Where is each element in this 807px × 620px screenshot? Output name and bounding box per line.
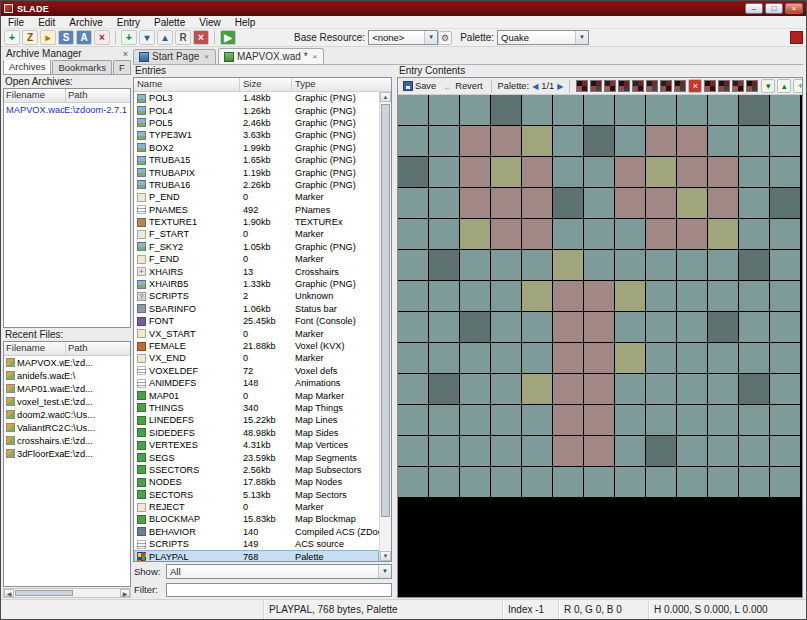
palette-cell[interactable] (429, 374, 459, 404)
filter-input[interactable] (166, 583, 392, 597)
entry-row[interactable]: VERTEXES4.31kbMap Vertices (134, 439, 379, 451)
palette-cell[interactable] (522, 467, 552, 497)
palette-cell[interactable] (770, 157, 800, 187)
palette-cell[interactable] (708, 157, 738, 187)
recent-file-row[interactable]: crosshairs.wadE:\zd... (4, 434, 130, 447)
palette-cell[interactable] (677, 281, 707, 311)
palette-cell[interactable] (553, 95, 583, 125)
menu-entry[interactable]: Entry (110, 16, 147, 29)
entry-row[interactable]: FEMALE21.88kbVoxel (KVX) (134, 340, 379, 352)
palette-op-icon[interactable] (590, 80, 602, 92)
palette-cell[interactable] (708, 188, 738, 218)
delete-custom-palette-icon[interactable]: × (688, 79, 702, 93)
palette-cell[interactable] (708, 467, 738, 497)
palette-cell[interactable] (739, 467, 769, 497)
palette-cell[interactable] (584, 126, 614, 156)
menu-view[interactable]: View (192, 16, 228, 29)
palette-cell[interactable] (615, 281, 645, 311)
new-zip-archive-icon[interactable]: Z (22, 30, 38, 45)
entry-row[interactable]: TRUBAPIX1.19kbGraphic (PNG) (134, 166, 379, 178)
palette-cell[interactable] (677, 95, 707, 125)
palette-cell[interactable] (553, 343, 583, 373)
entry-row[interactable]: POL52.46kbGraphic (PNG) (134, 117, 379, 129)
palette-cell[interactable] (739, 374, 769, 404)
recent-file-row[interactable]: voxel_test.wadE:\zd... (4, 395, 130, 408)
palette-cell[interactable] (553, 405, 583, 435)
entry-row[interactable]: POL41.26kbGraphic (PNG) (134, 104, 379, 116)
palette-cell[interactable] (429, 343, 459, 373)
palette-cell[interactable] (677, 374, 707, 404)
palette-cell[interactable] (739, 343, 769, 373)
palette-op-icon[interactable] (646, 80, 658, 92)
palette-cell[interactable] (429, 219, 459, 249)
scrollbar-thumb[interactable] (381, 104, 390, 517)
palette-cell[interactable] (677, 467, 707, 497)
palette-cell[interactable] (429, 312, 459, 342)
import-palette-icon[interactable]: ▾ (761, 79, 775, 93)
menu-file[interactable]: File (1, 16, 31, 29)
palette-cell[interactable] (739, 436, 769, 466)
column-path[interactable]: Path (66, 342, 130, 355)
palette-cell[interactable] (491, 126, 521, 156)
entry-row[interactable]: XHAIRB51.33kbGraphic (PNG) (134, 278, 379, 290)
gear-icon[interactable]: ⚙ (438, 31, 452, 45)
palette-cell[interactable] (398, 219, 428, 249)
palette-cell[interactable] (770, 126, 800, 156)
revert-button[interactable]: ← Revert (441, 81, 484, 92)
palette-cell[interactable] (615, 405, 645, 435)
palette-cell[interactable] (584, 219, 614, 249)
palette-cell[interactable] (553, 188, 583, 218)
entry-row[interactable]: REJECT0Marker (134, 501, 379, 513)
next-palette-button[interactable]: ▶ (557, 82, 563, 91)
palette-cell[interactable] (460, 374, 490, 404)
palette-cell[interactable] (522, 436, 552, 466)
palette-cell[interactable] (770, 374, 800, 404)
entry-row[interactable]: ANIMDEFS148Animations (134, 377, 379, 389)
palette-cell[interactable] (708, 95, 738, 125)
palette-cell[interactable] (584, 281, 614, 311)
recent-file-row[interactable]: MAPVOX.wadE:\zd... (4, 356, 130, 369)
scroll-right-icon[interactable]: ▶ (120, 589, 130, 597)
entry-row[interactable]: SECTORS5.13kbMap Sectors (134, 489, 379, 501)
palette-cell[interactable] (491, 250, 521, 280)
palette-cell[interactable] (646, 281, 676, 311)
palette-op-icon[interactable] (704, 80, 716, 92)
entry-row[interactable]: PNAMES492PNames (134, 204, 379, 216)
palette-cell[interactable] (553, 126, 583, 156)
entry-row[interactable]: BLOCKMAP15.83kbMap Blockmap (134, 513, 379, 525)
tab-files[interactable]: F (113, 60, 131, 74)
palette-cell[interactable] (491, 157, 521, 187)
entry-row[interactable]: SCRIPTS149ACS source (134, 538, 379, 550)
tab-archives[interactable]: Archives (3, 60, 51, 74)
palette-cell[interactable] (460, 126, 490, 156)
palette-cell[interactable] (615, 312, 645, 342)
entry-row[interactable]: SSECTORS2.56kbMap Subsectors (134, 464, 379, 476)
palette-cell[interactable] (398, 436, 428, 466)
add-custom-palette-icon[interactable]: + (793, 79, 803, 93)
palette-cell[interactable] (770, 95, 800, 125)
palette-cell[interactable] (677, 126, 707, 156)
palette-cell[interactable] (739, 250, 769, 280)
palette-cell[interactable] (429, 250, 459, 280)
palette-cell[interactable] (460, 281, 490, 311)
palette-cell[interactable] (615, 343, 645, 373)
palette-cell[interactable] (584, 436, 614, 466)
palette-cell[interactable] (646, 467, 676, 497)
maximize-button[interactable]: □ (765, 3, 783, 14)
palette-cell[interactable] (584, 374, 614, 404)
palette-cell[interactable] (615, 436, 645, 466)
recent-file-row[interactable]: anidefs.wadE:\ (4, 369, 130, 382)
run-archive-icon[interactable]: ▶ (220, 30, 236, 45)
entry-row[interactable]: NODES17.88kbMap Nodes (134, 476, 379, 488)
scroll-down-icon[interactable]: ▼ (380, 551, 391, 561)
palette-cell[interactable] (584, 405, 614, 435)
palette-cell[interactable] (584, 467, 614, 497)
palette-cell[interactable] (429, 467, 459, 497)
entry-row[interactable]: SIDEDEFS48.98kbMap Sides (134, 427, 379, 439)
minimize-button[interactable]: – (745, 3, 763, 14)
column-filename[interactable]: Filename (4, 342, 66, 355)
palette-op-icon[interactable] (660, 80, 672, 92)
palette-cell[interactable] (708, 343, 738, 373)
palette-cell[interactable] (584, 250, 614, 280)
palette-op-icon[interactable] (718, 80, 730, 92)
